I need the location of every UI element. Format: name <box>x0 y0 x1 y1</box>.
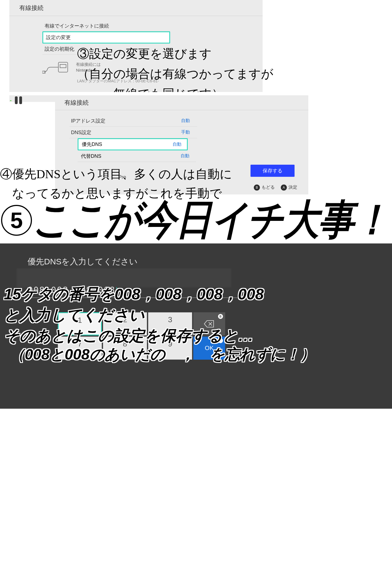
save-button[interactable]: 保存する <box>251 165 295 177</box>
hint-ok: A決定 <box>281 185 297 191</box>
footer-strip <box>0 561 392 564</box>
alt-dns-label: 代替DNS <box>81 153 101 159</box>
primary-dns-label: 優先DNS <box>82 141 102 148</box>
svg-rect-1 <box>60 64 66 68</box>
row-connect-wired[interactable]: 有線でインターネットに接続 <box>42 20 170 31</box>
row-alt-dns[interactable]: 代替DNS 自動 <box>78 150 196 162</box>
annotation-step5: 5 ここが今日イチ大事！ <box>0 198 392 242</box>
input-prompt: 優先DNSを入力してください <box>28 256 138 267</box>
panel2-body: IPアドレス設定 自動 DNS設定 手動 優先DNS 自動 代替DNS 自動 <box>55 110 308 162</box>
primary-dns-value: 自動 <box>173 142 181 147</box>
b-button-icon: B <box>254 185 260 191</box>
panel1-title: 有線接続 <box>19 4 43 12</box>
divider <box>0 92 392 95</box>
joycon-status-icon: •• <box>15 96 22 104</box>
step5-number: 5 <box>1 205 32 236</box>
row-dns-settings[interactable]: DNS設定 手動 <box>69 127 197 138</box>
ip-label: IPアドレス設定 <box>71 118 105 124</box>
annotation-step6: 15ケタの番号を008，008，008，008 と入力してください そのあとはこ… <box>4 284 264 346</box>
annotation-step4: ④優先DNSという項目、多くの人は自動に なってるかと思いますがこれを手動で <box>0 165 232 204</box>
row-change-settings[interactable]: 設定の変更 <box>42 31 170 44</box>
a-button-icon: A <box>281 185 287 191</box>
alt-dns-value: 自動 <box>181 153 189 159</box>
row-primary-dns[interactable]: 優先DNS 自動 <box>78 138 188 150</box>
panel2-title: 有線接続 <box>64 99 89 107</box>
annotation-step8: （008と008のあいだの ， を忘れずに！） <box>10 344 315 364</box>
button-hints: Bもどる A決定 <box>254 185 297 191</box>
row-ip-settings[interactable]: IPアドレス設定 自動 <box>69 115 197 127</box>
ip-value: 自動 <box>181 118 190 124</box>
panel2-header: 有線接続 <box>55 95 308 110</box>
dns-value: 手動 <box>181 129 190 135</box>
dns-label: DNS設定 <box>71 129 91 136</box>
hint-back: Bもどる <box>254 185 275 191</box>
lan-adapter-icon <box>42 58 73 76</box>
panel1-header: 有線接続 <box>9 0 263 16</box>
